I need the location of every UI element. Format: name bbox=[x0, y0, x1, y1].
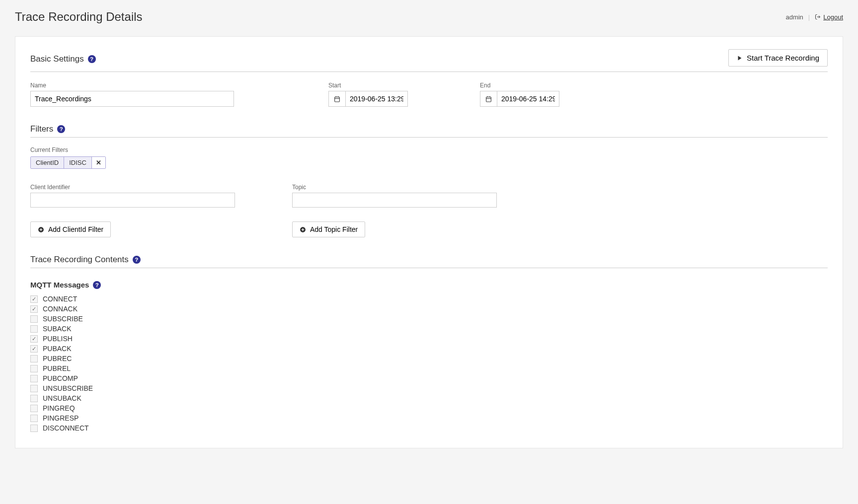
checkbox[interactable] bbox=[30, 295, 38, 303]
checkbox-label: PUBREL bbox=[43, 364, 71, 372]
checkbox-item: PUBREL bbox=[30, 363, 828, 373]
checkbox-label: PINGREQ bbox=[43, 404, 75, 412]
mqtt-messages-list: CONNECTCONNACKSUBSCRIBESUBACKPUBLISHPUBA… bbox=[30, 294, 828, 433]
main-panel: Basic Settings ? Start Trace Recording N… bbox=[15, 36, 843, 448]
checkbox-label: DISCONNECT bbox=[43, 424, 89, 432]
page-title: Trace Recording Details bbox=[15, 10, 143, 24]
checkbox[interactable] bbox=[30, 355, 38, 362]
filters-header: Filters ? bbox=[30, 124, 828, 138]
checkbox-item: PUBCOMP bbox=[30, 373, 828, 383]
checkbox-label: CONNECT bbox=[43, 295, 77, 303]
checkbox-item: PINGRESP bbox=[30, 413, 828, 423]
add-topic-filter-button[interactable]: Add Topic Filter bbox=[292, 221, 365, 237]
filter-tag-type: ClientID bbox=[31, 157, 64, 168]
basic-settings-form-row: Name Start End bbox=[30, 82, 828, 107]
checkbox-item: DISCONNECT bbox=[30, 423, 828, 433]
filter-tag-close[interactable]: ✕ bbox=[92, 157, 105, 168]
checkbox-label: PUBLISH bbox=[43, 335, 73, 343]
checkbox-item: CONNECT bbox=[30, 294, 828, 304]
checkbox[interactable] bbox=[30, 315, 38, 323]
checkbox-label: UNSUBACK bbox=[43, 394, 81, 402]
add-clientid-filter-label: Add ClientId Filter bbox=[48, 225, 103, 233]
checkbox[interactable] bbox=[30, 375, 38, 382]
help-icon[interactable]: ? bbox=[57, 125, 65, 133]
play-icon bbox=[737, 55, 743, 61]
name-input[interactable] bbox=[30, 91, 234, 107]
filter-tag: ClientID IDISC ✕ bbox=[30, 156, 106, 169]
client-identifier-col: Client Identifier Add ClientId Filter bbox=[30, 184, 235, 237]
name-group: Name bbox=[30, 82, 234, 107]
checkbox-item: PUBLISH bbox=[30, 334, 828, 344]
checkbox-label: PUBACK bbox=[43, 345, 72, 353]
contents-header: Trace Recording Contents ? bbox=[30, 255, 828, 268]
topic-label: Topic bbox=[292, 184, 497, 191]
checkbox[interactable] bbox=[30, 365, 38, 372]
current-filters-list: ClientID IDISC ✕ bbox=[30, 156, 828, 169]
checkbox-label: PUBCOMP bbox=[43, 374, 78, 382]
checkbox-label: UNSUBSCRIBE bbox=[43, 384, 93, 392]
svg-rect-6 bbox=[486, 97, 491, 102]
checkbox-label: PUBREC bbox=[43, 355, 72, 362]
checkbox[interactable] bbox=[30, 345, 38, 353]
header-bar: Trace Recording Details admin | Logout bbox=[0, 0, 858, 29]
checkbox-item: PINGREQ bbox=[30, 403, 828, 413]
help-icon[interactable]: ? bbox=[93, 281, 101, 289]
current-filters-label: Current Filters bbox=[30, 146, 828, 153]
end-group: End bbox=[480, 82, 559, 107]
name-label: Name bbox=[30, 82, 234, 89]
checkbox[interactable] bbox=[30, 405, 38, 412]
logout-link[interactable]: Logout bbox=[815, 13, 843, 21]
checkbox-item: SUBSCRIBE bbox=[30, 314, 828, 324]
checkbox[interactable] bbox=[30, 395, 38, 402]
calendar-icon bbox=[485, 96, 492, 102]
checkbox-item: UNSUBACK bbox=[30, 393, 828, 403]
checkbox-label: PINGRESP bbox=[43, 414, 78, 422]
user-label: admin bbox=[785, 13, 803, 21]
start-label: Start bbox=[328, 82, 408, 89]
calendar-icon-box[interactable] bbox=[328, 91, 345, 107]
basic-settings-title: Basic Settings bbox=[30, 54, 84, 64]
topic-input[interactable] bbox=[292, 193, 497, 208]
header-right: admin | Logout bbox=[785, 13, 843, 21]
calendar-icon bbox=[334, 96, 340, 102]
logout-icon bbox=[815, 14, 821, 20]
filter-tag-value: IDISC bbox=[64, 157, 92, 168]
checkbox-item: CONNACK bbox=[30, 304, 828, 314]
checkbox-label: CONNACK bbox=[43, 305, 78, 313]
checkbox[interactable] bbox=[30, 425, 38, 432]
mqtt-messages-title: MQTT Messages bbox=[30, 281, 89, 289]
checkbox-item: UNSUBSCRIBE bbox=[30, 383, 828, 393]
divider: | bbox=[808, 13, 810, 21]
end-label: End bbox=[480, 82, 559, 89]
plus-circle-icon bbox=[38, 226, 44, 233]
add-clientid-filter-button[interactable]: Add ClientId Filter bbox=[30, 221, 111, 237]
checkbox-label: SUBSCRIBE bbox=[43, 315, 83, 323]
checkbox-label: SUBACK bbox=[43, 325, 72, 333]
mqtt-messages-heading: MQTT Messages ? bbox=[30, 281, 828, 289]
end-input[interactable] bbox=[497, 91, 559, 107]
basic-settings-header-row: Basic Settings ? Start Trace Recording bbox=[30, 49, 828, 72]
checkbox[interactable] bbox=[30, 335, 38, 343]
svg-marker-1 bbox=[738, 56, 742, 60]
checkbox[interactable] bbox=[30, 305, 38, 313]
logout-label: Logout bbox=[823, 13, 843, 21]
checkbox[interactable] bbox=[30, 385, 38, 392]
plus-circle-icon bbox=[300, 226, 306, 233]
contents-title: Trace Recording Contents bbox=[30, 255, 129, 265]
add-topic-filter-label: Add Topic Filter bbox=[310, 225, 358, 233]
checkbox[interactable] bbox=[30, 415, 38, 422]
start-trace-recording-label: Start Trace Recording bbox=[747, 54, 819, 62]
end-input-group bbox=[480, 91, 559, 107]
start-trace-recording-button[interactable]: Start Trace Recording bbox=[728, 49, 828, 67]
start-group: Start bbox=[328, 82, 408, 107]
help-icon[interactable]: ? bbox=[133, 256, 141, 264]
start-input[interactable] bbox=[345, 91, 408, 107]
help-icon[interactable]: ? bbox=[88, 55, 96, 63]
calendar-icon-box[interactable] bbox=[480, 91, 497, 107]
filters-title: Filters bbox=[30, 124, 53, 134]
client-identifier-label: Client Identifier bbox=[30, 184, 235, 191]
start-input-group bbox=[328, 91, 408, 107]
client-identifier-input[interactable] bbox=[30, 193, 235, 208]
checkbox[interactable] bbox=[30, 325, 38, 333]
filter-inputs-row: Client Identifier Add ClientId Filter To… bbox=[30, 184, 828, 237]
